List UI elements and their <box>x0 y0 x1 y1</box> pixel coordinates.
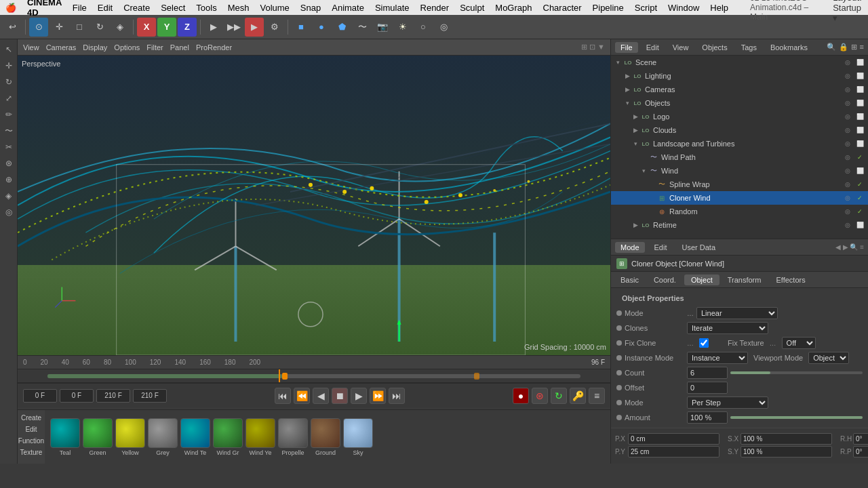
fix-texture-select[interactable]: Off <box>782 337 816 349</box>
tree-cameras[interactable]: ▶ LO Cameras ◎ ⬜ <box>611 83 868 96</box>
offset-input[interactable] <box>687 382 728 394</box>
options-menu[interactable]: Options <box>114 43 140 52</box>
tree-logo[interactable]: ▶ LO Logo ◎ ⬜ <box>611 110 868 123</box>
app-menu[interactable]: CINEMA 4D <box>27 0 62 18</box>
edit-props-tab[interactable]: Edit <box>649 242 673 253</box>
edit-material-btn[interactable]: Edit <box>24 424 38 434</box>
camera-icon[interactable]: 📷 <box>373 18 392 37</box>
material-icon[interactable]: ◎ <box>434 18 453 37</box>
clouds-vis-icon[interactable]: ◎ <box>842 125 853 136</box>
animate-menu[interactable]: Animate <box>332 3 364 13</box>
objects-tab[interactable]: Objects <box>696 42 732 53</box>
timeline-btn[interactable]: ≡ <box>589 388 605 404</box>
mograph-menu[interactable]: MoGraph <box>495 3 532 13</box>
snap-menu[interactable]: Snap <box>300 3 321 13</box>
window-menu[interactable]: Window <box>668 3 699 13</box>
mode-select[interactable]: Linear <box>696 307 778 319</box>
sky-icon[interactable]: ○ <box>414 18 433 37</box>
user-data-tab[interactable]: User Data <box>677 242 722 253</box>
camera-tool-icon[interactable]: ◎ <box>1 205 16 220</box>
cloner-wind-check-icon[interactable]: ✓ <box>854 192 865 203</box>
tree-objects[interactable]: ▾ LO Objects ◎ ⬜ <box>611 96 868 110</box>
joint-tool-icon[interactable]: ⊕ <box>1 172 16 187</box>
pipeline-menu[interactable]: Pipeline <box>593 3 624 13</box>
lighting-vis-icon[interactable]: ◎ <box>842 70 853 81</box>
tree-lighting[interactable]: ▶ LO Lighting ◎ ⬜ <box>611 69 868 83</box>
wind-expand-icon[interactable]: ▾ <box>639 167 648 175</box>
px-input[interactable] <box>628 433 719 445</box>
logo-render-icon[interactable]: ⬜ <box>854 111 865 122</box>
scale-icon[interactable]: ◈ <box>111 18 130 37</box>
material-ground[interactable]: Ground <box>311 418 340 456</box>
select-tool-icon[interactable]: ↖ <box>1 42 16 57</box>
cube-icon[interactable]: ■ <box>292 18 311 37</box>
texture-tool-icon[interactable]: ◈ <box>1 188 16 203</box>
tree-wind-path[interactable]: 〜 Wind Path ◎ ✓ <box>611 150 868 164</box>
file-menu[interactable]: File <box>73 3 87 13</box>
mode2-select[interactable]: Per Step <box>687 396 768 409</box>
wind-path-expand-icon[interactable] <box>639 153 648 161</box>
material-teal[interactable]: Teal <box>50 418 80 456</box>
spline-tool-icon[interactable]: 〜 <box>1 123 16 138</box>
material-wind-gr[interactable]: Wind Gr <box>213 418 243 456</box>
x-axis-btn[interactable]: X <box>137 18 156 37</box>
count-input[interactable] <box>687 367 728 379</box>
viewport[interactable]: Perspective Grid Spacing : 10000 cm <box>18 56 610 355</box>
rotate-icon[interactable]: ↻ <box>90 18 109 37</box>
cameras-expand-icon[interactable]: ▶ <box>623 85 631 94</box>
mode-tab[interactable]: Mode <box>615 242 645 253</box>
play-btn[interactable]: ▶ <box>351 388 367 404</box>
tree-clouds[interactable]: ▶ LO Clouds ◎ ⬜ <box>611 123 868 137</box>
cameras-menu[interactable]: Cameras <box>46 43 77 52</box>
render-view-icon[interactable]: ▶▶ <box>224 18 243 37</box>
scene-render-icon[interactable]: ⬜ <box>854 57 865 68</box>
amount-input[interactable] <box>687 411 728 424</box>
effectors-tab[interactable]: Effectors <box>769 274 812 285</box>
y-axis-btn[interactable]: Y <box>157 18 176 37</box>
clouds-expand-icon[interactable]: ▶ <box>631 126 639 134</box>
basic-tab[interactable]: Basic <box>614 274 646 285</box>
character-menu[interactable]: Character <box>543 3 582 13</box>
render-picture-icon[interactable]: ▶ <box>245 18 264 37</box>
lighting-expand-icon[interactable]: ▶ <box>623 72 631 80</box>
tree-cloner-wind[interactable]: ⊞ Cloner Wind ◎ ✓ <box>611 191 868 205</box>
edit-menu[interactable]: Edit <box>98 3 113 13</box>
filter-menu[interactable]: Filter <box>146 43 163 52</box>
retime-render-icon[interactable]: ⬜ <box>854 220 865 230</box>
tree-retime[interactable]: ▶ LO Retime ◎ ⬜ <box>611 218 868 232</box>
z-axis-btn[interactable]: Z <box>178 18 197 37</box>
autokey-btn[interactable]: 🔑 <box>570 388 586 404</box>
instance-mode-select[interactable]: Instance <box>687 352 748 364</box>
render-region-icon[interactable]: ▶ <box>204 18 223 37</box>
render-menu[interactable]: Render <box>420 3 450 13</box>
apple-menu[interactable]: 🍎 <box>5 3 16 13</box>
tools-menu[interactable]: Tools <box>196 3 216 13</box>
edit-tab[interactable]: Edit <box>641 42 665 53</box>
logo-vis-icon[interactable]: ◎ <box>842 111 853 122</box>
wind-path-check-icon[interactable]: ✓ <box>854 152 865 163</box>
jump-start-btn[interactable]: ⏮ <box>275 388 291 404</box>
landscape-vis-icon[interactable]: ◎ <box>842 138 853 149</box>
rp-input[interactable] <box>853 446 868 458</box>
logo-expand-icon[interactable]: ▶ <box>631 113 639 121</box>
render-settings-icon[interactable]: ⚙ <box>265 18 284 37</box>
lighting-render-icon[interactable]: ⬜ <box>854 70 865 81</box>
volume-menu[interactable]: Volume <box>260 3 289 13</box>
select-icon[interactable]: ✛ <box>50 18 68 37</box>
lock-icon[interactable]: 🔒 <box>839 43 848 52</box>
tree-scene[interactable]: ▾ LO Scene ◎ ⬜ <box>611 56 868 69</box>
scale-tool-icon[interactable]: ⤢ <box>1 91 16 106</box>
objects-vis-icon[interactable]: ◎ <box>842 98 853 108</box>
viewport-mode-select[interactable]: Object <box>808 352 849 364</box>
prorender-menu[interactable]: ProRender <box>196 43 232 52</box>
objects-render-icon[interactable]: ⬜ <box>854 98 865 108</box>
function-material-btn[interactable]: Function <box>17 436 45 446</box>
rotate-tool-icon[interactable]: ↻ <box>1 75 16 89</box>
timeline-ruler[interactable] <box>18 369 610 383</box>
settings-icon[interactable]: ≡ <box>860 43 864 52</box>
play-back-btn[interactable]: ◀ <box>313 388 329 404</box>
fix-clone-checkbox[interactable] <box>699 338 709 348</box>
random-vis-icon[interactable]: ◎ <box>842 206 853 217</box>
material-green[interactable]: Green <box>83 418 113 456</box>
spline-wrap-check-icon[interactable]: ✓ <box>854 179 865 190</box>
